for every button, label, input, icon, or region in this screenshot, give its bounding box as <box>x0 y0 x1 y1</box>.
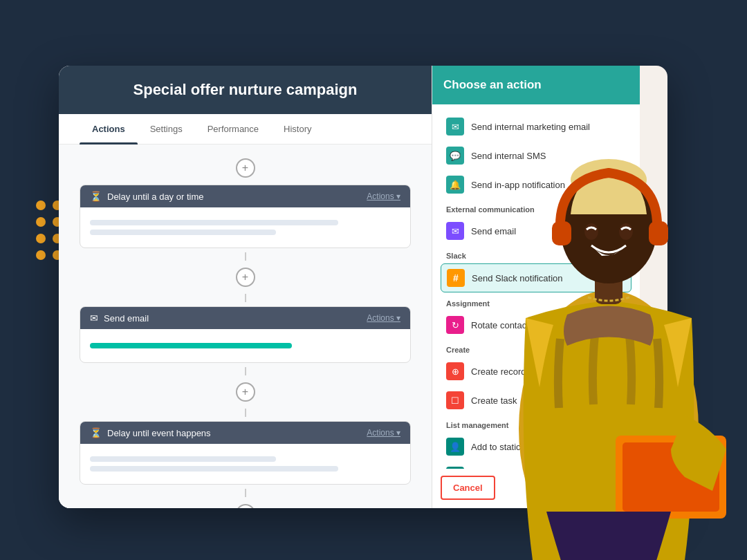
choose-action-header: Choose an action <box>432 66 640 104</box>
rotate-contact-icon: ↻ <box>446 316 464 334</box>
node-delay-1-header: ⏳ Delay until a day or time Actions ▾ <box>80 185 410 207</box>
tab-settings[interactable]: Settings <box>138 114 195 144</box>
connector <box>245 294 246 302</box>
actions-list: ✉ Send internal marketing email 💬 Send i… <box>432 104 640 469</box>
send-email-ext-icon: ✉ <box>446 222 464 240</box>
create-task-icon: ☐ <box>446 391 464 409</box>
skeleton <box>90 230 276 235</box>
section-list-label: List management <box>441 416 631 431</box>
action-create-record[interactable]: ⊕ Create record <box>441 357 631 385</box>
connector <box>245 367 246 375</box>
node-send-email-title: Send email <box>104 313 149 324</box>
delay-event-icon: ⏳ <box>90 427 102 438</box>
skeleton <box>90 220 338 225</box>
action-send-notification[interactable]: 🔔 Send in-app notification <box>441 171 631 198</box>
node-delay-event-title: Delay until event happens <box>107 428 211 438</box>
action-send-marketing-email[interactable]: ✉ Send internal marketing email <box>441 113 631 140</box>
add-btn-top: + <box>80 158 411 178</box>
workflow-area: + ⏳ Delay until a day or time Actions ▾ <box>59 144 432 508</box>
node-delay-event-body <box>80 444 410 484</box>
node-send-email: ✉ Send email Actions ▾ <box>80 306 411 363</box>
send-slack-icon: # <box>447 269 465 287</box>
send-notification-icon: 🔔 <box>446 176 464 194</box>
add-to-static-icon: 👤 <box>446 438 464 456</box>
node-send-email-body <box>80 329 410 362</box>
add-step-button-top[interactable]: + <box>236 158 255 178</box>
choose-action-title: Choose an action <box>443 78 629 92</box>
node-delay-1-actions[interactable]: Actions ▾ <box>367 192 400 201</box>
left-panel: Special offer nurture campaign Actions S… <box>59 66 432 508</box>
action-send-slack[interactable]: # Send Slack notification <box>441 263 631 292</box>
action-add-to-static[interactable]: 👤 Add to static... <box>441 433 631 460</box>
send-sms-icon: 💬 <box>446 147 464 165</box>
remove-from-list-icon: 👤 <box>446 467 464 469</box>
add-to-static-label: Add to static... <box>471 442 528 452</box>
skeleton <box>90 456 276 462</box>
add-btn-2: + <box>80 268 411 287</box>
node-delay-event-header: ⏳ Delay until event happens Actions ▾ <box>80 422 410 444</box>
node-delay-event: ⏳ Delay until event happens Actions ▾ <box>80 421 411 485</box>
main-card: Special offer nurture campaign Actions S… <box>59 66 667 508</box>
connector <box>245 252 246 261</box>
send-notification-label: Send in-app notification <box>471 180 565 190</box>
email-icon: ✉ <box>90 312 98 324</box>
add-step-button-4[interactable]: + <box>236 504 255 508</box>
campaign-title: Special offer nurture campaign <box>80 81 411 99</box>
delay-icon: ⏳ <box>90 191 102 202</box>
send-marketing-email-icon: ✉ <box>446 118 464 136</box>
connector <box>245 489 246 497</box>
tab-history[interactable]: History <box>271 114 324 144</box>
node-send-email-actions[interactable]: Actions ▾ <box>367 313 400 323</box>
tab-performance[interactable]: Performance <box>195 114 271 144</box>
action-rotate-contact[interactable]: ↻ Rotate contact to... <box>441 311 631 339</box>
add-step-button-2[interactable]: + <box>236 268 255 287</box>
create-task-label: Create task <box>471 395 517 406</box>
action-create-task[interactable]: ☐ Create task <box>441 386 631 414</box>
section-create-label: Create <box>441 340 631 356</box>
rotate-contact-label: Rotate contact to... <box>471 320 546 330</box>
send-email-ext-label: Send email <box>471 226 516 236</box>
tab-actions[interactable]: Actions <box>80 114 138 144</box>
send-marketing-email-label: Send internal marketing email <box>471 122 590 132</box>
campaign-header: Special offer nurture campaign <box>59 66 432 114</box>
connector <box>245 409 246 417</box>
node-delay-1-body <box>80 207 410 248</box>
skeleton <box>90 466 338 472</box>
action-send-sms[interactable]: 💬 Send internal SMS <box>441 142 631 169</box>
section-assignment-label: Assignment <box>441 294 631 310</box>
node-send-email-header: ✉ Send email Actions ▾ <box>80 307 410 329</box>
add-btn-3: + <box>80 382 411 402</box>
add-step-button-3[interactable]: + <box>236 382 255 402</box>
send-slack-label: Send Slack notification <box>472 273 563 283</box>
create-record-icon: ⊕ <box>446 362 464 380</box>
section-external-label: External communication <box>441 200 631 216</box>
tabs-bar: Actions Settings Performance History <box>59 114 432 144</box>
action-remove-from-list[interactable]: 👤 Remove from static list <box>441 462 631 469</box>
create-record-label: Create record <box>471 366 526 377</box>
node-delay-1-title: Delay until a day or time <box>107 192 203 202</box>
action-send-email-ext[interactable]: ✉ Send email <box>441 217 631 245</box>
section-slack-label: Slack <box>441 246 631 262</box>
right-panel: Choose an action ✉ Send internal marketi… <box>432 66 640 508</box>
add-btn-4: + <box>80 504 411 508</box>
node-delay-1: ⏳ Delay until a day or time Actions ▾ <box>80 185 411 248</box>
send-sms-label: Send internal SMS <box>471 151 546 161</box>
node-delay-event-actions[interactable]: Actions ▾ <box>367 428 400 438</box>
cancel-button[interactable]: Cancel <box>441 476 495 500</box>
email-progress-bar <box>90 343 292 348</box>
